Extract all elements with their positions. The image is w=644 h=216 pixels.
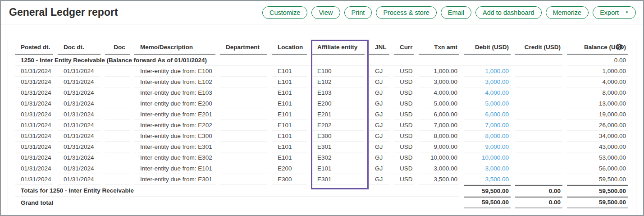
cell-txn-amt: 10,000.00	[419, 152, 459, 163]
col-department[interactable]: Department	[220, 39, 267, 55]
cell-txn-amt: 7,000.00	[419, 120, 459, 131]
debit-amount-link[interactable]: 1,000.00	[485, 68, 509, 74]
email-button[interactable]: Email	[441, 6, 471, 19]
cell-affiliate-entity: E103	[311, 87, 365, 98]
table-row: 01/31/202401/31/2024Inter-entity due fro…	[15, 152, 628, 163]
table-body: 1250 - Inter Entity Receivable (Balance …	[15, 55, 628, 208]
cell-location: E101	[272, 152, 307, 163]
grand-total-row-label: Grand total	[15, 197, 459, 208]
cell-curr: USD	[394, 152, 414, 163]
cell-debit: 4,000.00	[464, 87, 511, 98]
action-button-bar: Customize View Print Process & store Ema…	[262, 6, 636, 19]
cell-affiliate-entity: E300	[311, 131, 365, 142]
cell-doc	[105, 142, 130, 152]
cell-location: E101	[272, 109, 307, 120]
col-doc[interactable]: Doc	[105, 39, 130, 55]
col-curr[interactable]: Curr	[394, 39, 414, 55]
table-row: 01/31/202401/31/2024Inter-entity due fro…	[15, 87, 628, 98]
cell-doc-dt: 01/31/2024	[58, 77, 100, 87]
cell-balance: 1,000.00	[567, 66, 628, 77]
page-title: General Ledger report	[9, 6, 118, 18]
cell-balance: 26,000.00	[567, 120, 628, 131]
cell-balance: 53,000.00	[567, 152, 628, 163]
cell-txn-amt: 3,000.00	[419, 163, 459, 174]
col-jnl[interactable]: JNL	[369, 39, 389, 55]
cell-txn-amt: 1,000.00	[419, 66, 459, 77]
debit-amount-link[interactable]: 7,000.00	[485, 122, 509, 129]
cell-debit: 1,000.00	[464, 66, 511, 77]
debit-amount-link[interactable]: 3,000.00	[485, 78, 509, 85]
customize-button[interactable]: Customize	[262, 6, 308, 19]
cell-txn-amt: 5,000.00	[419, 98, 459, 109]
cell-debit: 6,000.00	[464, 109, 511, 120]
cell-curr: USD	[394, 98, 414, 109]
table-row: 01/31/202401/31/2024Inter-entity due fro…	[15, 66, 628, 77]
chevron-down-icon: ▼	[625, 8, 629, 17]
cell-jnl: GJ	[369, 163, 389, 174]
col-memo-description[interactable]: Memo/Description	[134, 39, 215, 55]
cell-jnl: GJ	[369, 66, 389, 77]
cell-curr: USD	[394, 109, 414, 120]
view-button[interactable]: View	[311, 6, 340, 19]
cell-total-balance: 59,500.00	[567, 185, 628, 197]
cell-curr: USD	[394, 120, 414, 131]
col-location[interactable]: Location	[272, 39, 307, 55]
cell-department	[220, 109, 267, 120]
cell-location: E300	[272, 174, 307, 185]
debit-amount-link[interactable]: 5,000.00	[485, 100, 509, 107]
debit-amount-link[interactable]: 6,000.00	[485, 111, 509, 118]
account-balance-forward-label: 1250 - Inter Entity Receivable (Balance …	[15, 55, 562, 66]
cell-location: E101	[272, 77, 307, 87]
settings-gear-icon[interactable]: ⚙	[615, 42, 623, 52]
col-affiliate-entity[interactable]: Affiliate entity	[311, 39, 365, 55]
process-and-store-button[interactable]: Process & store	[376, 6, 436, 19]
cell-curr: USD	[394, 163, 414, 174]
cell-jnl: GJ	[369, 109, 389, 120]
col-credit-usd[interactable]: Credit (USD)	[515, 39, 562, 55]
cell-posted-dt: 01/31/2024	[15, 66, 53, 77]
cell-balance: 34,000.00	[567, 131, 628, 142]
cell-total-balance: 59,500.00	[567, 197, 628, 208]
cell-doc-dt: 01/31/2024	[58, 66, 100, 77]
export-button[interactable]: Export ▼	[593, 6, 636, 19]
table-top-divider	[15, 54, 628, 54]
debit-amount-link[interactable]: 9,000.00	[485, 143, 509, 150]
cell-department	[220, 174, 267, 185]
table-row: 01/31/202401/31/2024Inter-entity due fro…	[15, 131, 628, 142]
cell-posted-dt: 01/31/2024	[15, 163, 53, 174]
cell-department	[220, 98, 267, 109]
cell-jnl: GJ	[369, 152, 389, 163]
debit-amount-link[interactable]: 8,000.00	[485, 133, 509, 139]
cell-balance: 8,000.00	[567, 87, 628, 98]
cell-debit: 10,000.00	[464, 152, 511, 163]
grand-total-row: Grand total59,500.000.0059,500.00	[15, 197, 628, 208]
cell-txn-amt: 3,500.00	[419, 174, 459, 185]
cell-doc-dt: 01/31/2024	[58, 131, 100, 142]
cell-memo: Inter-entity due from: E200	[134, 98, 215, 109]
col-txn-amt[interactable]: Txn amt	[419, 39, 459, 55]
cell-doc-dt: 01/31/2024	[58, 142, 100, 152]
col-debit-usd[interactable]: Debit (USD)	[464, 39, 511, 55]
print-button[interactable]: Print	[344, 6, 372, 19]
debit-amount-link[interactable]: 10,000.00	[482, 154, 509, 161]
cell-doc	[105, 152, 130, 163]
col-doc-dt[interactable]: Doc dt.	[58, 39, 100, 55]
cell-debit: 7,000.00	[464, 120, 511, 131]
debit-amount-link[interactable]: 3,500.00	[485, 176, 509, 183]
cell-credit	[515, 152, 562, 163]
debit-amount-link[interactable]: 3,000.00	[485, 165, 509, 172]
export-button-label: Export	[600, 8, 619, 17]
general-ledger-report-window: General Ledger report Customize View Pri…	[0, 0, 644, 216]
cell-department	[220, 163, 267, 174]
add-to-dashboard-button[interactable]: Add to dashboard	[475, 6, 541, 19]
cell-posted-dt: 01/31/2024	[15, 131, 53, 142]
col-posted-dt[interactable]: Posted dt.	[15, 39, 53, 55]
cell-credit	[515, 142, 562, 152]
cell-department	[220, 87, 267, 98]
cell-curr: USD	[394, 87, 414, 98]
cell-credit	[515, 66, 562, 77]
debit-amount-link[interactable]: 4,000.00	[485, 89, 509, 96]
memorize-button[interactable]: Memorize	[546, 6, 589, 19]
cell-balance: 43,000.00	[567, 142, 628, 152]
cell-jnl: GJ	[369, 131, 389, 142]
